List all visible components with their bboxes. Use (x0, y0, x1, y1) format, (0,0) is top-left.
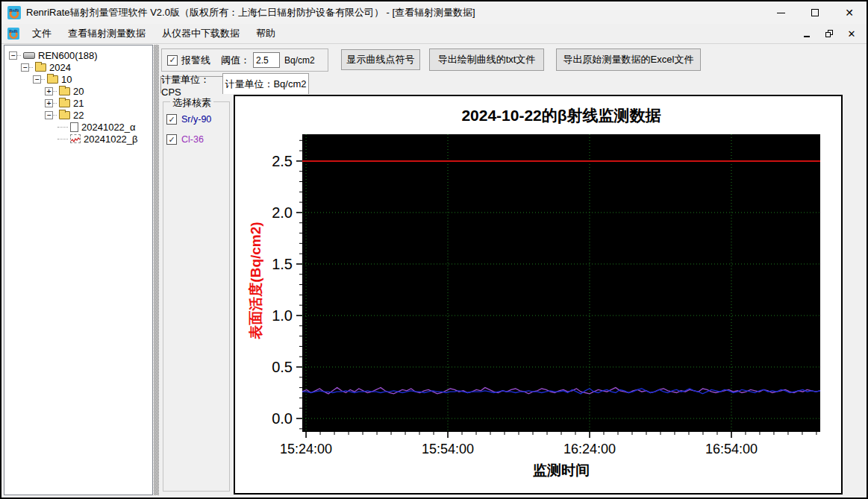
tab-unit-bqcm2[interactable]: 计量单位：Bq/cm2 (222, 73, 309, 94)
tree-connector (53, 115, 57, 116)
child-restore-icon (825, 30, 833, 37)
tree-connector (41, 79, 45, 80)
tree-connector (57, 127, 68, 128)
svg-text:15:54:00: 15:54:00 (422, 442, 474, 456)
tree-expander-icon[interactable]: − (45, 111, 53, 119)
tree-item-21[interactable]: + 21 (4, 97, 152, 109)
minimize-icon (777, 13, 785, 13)
child-close-icon: ✕ (848, 29, 856, 39)
tree-item-20241022-alpha[interactable]: 20241022_α (4, 121, 152, 133)
show-curve-points-button[interactable]: 显示曲线点符号 (341, 49, 420, 70)
monitoring-chart: 0.00.51.01.52.02.515:24:0015:54:0016:24:… (235, 96, 841, 493)
folder-icon (59, 99, 70, 107)
device-icon (23, 52, 35, 59)
nuclide-row-sr-y-90: ✓ Sr/y-90 (166, 114, 211, 125)
tree-item-2024[interactable]: − 2024 (4, 61, 152, 73)
nuclide-row-cl-36: ✓ Cl-36 (166, 134, 204, 145)
svg-text:1.0: 1.0 (272, 307, 293, 324)
svg-text:2.5: 2.5 (272, 153, 293, 169)
child-restore-button[interactable] (823, 28, 835, 40)
nuclide-groupbox-title: 选择核素 (170, 96, 213, 110)
export-excel-button[interactable]: 导出原始测量数据的Excel文件 (556, 48, 701, 71)
nuclide-label: Cl-36 (181, 134, 204, 145)
chart-panel: 0.00.51.01.52.02.515:24:0015:54:0016:24:… (234, 95, 843, 495)
threshold-input[interactable] (253, 52, 280, 68)
tree-expander-icon[interactable]: − (9, 51, 17, 60)
check-icon: ✓ (168, 136, 175, 144)
chart-x-axis-label: 监测时间 (302, 461, 820, 480)
minimize-button[interactable] (764, 1, 798, 24)
tree-expander-icon[interactable]: − (21, 63, 29, 72)
menu-item-download[interactable]: 从仪器中下载数据 (154, 24, 248, 44)
document-logo-icon: RnRi (7, 28, 19, 40)
alarm-line-checkbox[interactable]: ✓ (167, 55, 178, 66)
tree-item-10[interactable]: − 10 (4, 73, 152, 85)
threshold-unit-label: Bq/cm2 (284, 55, 315, 66)
app-window: RnRi RenriRate辐射剂量管理软件 V2.0版（版权所有：上海仁日辐射… (0, 0, 868, 499)
panel-splitter[interactable] (154, 45, 159, 495)
menu-bar: RnRi 文件 查看辐射测量数据 从仪器中下载数据 帮助 ✕ (1, 24, 867, 44)
folder-icon (47, 75, 58, 84)
tree-connector (57, 139, 68, 139)
tab-unit-cps[interactable]: 计量单位：CPS (160, 76, 223, 93)
svg-text:2.0: 2.0 (272, 204, 293, 221)
child-minimize-button[interactable] (801, 28, 813, 40)
check-icon: ✓ (169, 56, 175, 64)
svg-text:RnRi: RnRi (9, 30, 18, 34)
chart-file-icon (70, 134, 81, 143)
svg-text:0.5: 0.5 (272, 359, 293, 375)
svg-text:0.0: 0.0 (272, 410, 293, 427)
nuclide-label: Sr/y-90 (181, 114, 211, 125)
child-minimize-icon (804, 36, 810, 37)
tree-connector (53, 91, 57, 92)
svg-text:RnRi: RnRi (10, 8, 19, 13)
close-button[interactable]: ✕ (832, 1, 867, 24)
tree-item-22[interactable]: − 22 (4, 109, 152, 121)
tree-item-20[interactable]: + 20 (4, 85, 152, 97)
nuclide-checkbox-sr-y-90[interactable]: ✓ (166, 114, 177, 125)
svg-text:16:54:00: 16:54:00 (705, 442, 758, 456)
close-icon: ✕ (845, 7, 854, 18)
tree-connector (29, 67, 33, 68)
nuclide-checkbox-cl-36[interactable]: ✓ (166, 134, 177, 145)
child-close-button[interactable]: ✕ (846, 28, 858, 40)
tree-item-20241022-beta[interactable]: 20241022_β (4, 133, 152, 145)
tree-connector (17, 55, 21, 56)
check-icon: ✓ (168, 116, 175, 124)
menu-item-view-data[interactable]: 查看辐射测量数据 (60, 24, 154, 44)
chart-title: 2024-10-22的β射线监测数据 (302, 105, 820, 126)
nuclide-groupbox (163, 101, 230, 492)
svg-text:1.5: 1.5 (272, 256, 293, 272)
tree-connector (53, 103, 57, 104)
svg-text:16:24:00: 16:24:00 (563, 442, 616, 456)
alarm-line-label: 报警线 (181, 54, 210, 67)
chart-y-axis-label: 表面活度(Bq/cm2) (246, 169, 266, 392)
tree-item-ren600[interactable]: − REN600(188) (4, 49, 152, 61)
window-title: RenriRate辐射剂量管理软件 V2.0版（版权所有：上海仁日辐射防护设备有… (26, 6, 475, 19)
folder-icon (59, 111, 70, 119)
tree-expander-icon[interactable]: + (45, 87, 53, 95)
app-logo-icon: RnRi (7, 6, 21, 19)
tree-expander-icon[interactable]: − (33, 75, 41, 84)
threshold-label: 阈值： (221, 54, 250, 67)
menu-item-help[interactable]: 帮助 (248, 24, 284, 44)
maximize-button[interactable] (798, 1, 832, 24)
device-tree-panel: − REN600(188) − 2024 − 10 + 20 + 21 (4, 45, 153, 495)
svg-text:15:24:00: 15:24:00 (280, 442, 332, 456)
export-txt-button[interactable]: 导出绘制曲线的txt文件 (429, 48, 544, 71)
tree-expander-icon[interactable]: + (45, 99, 53, 107)
maximize-icon (811, 9, 819, 16)
document-icon (70, 122, 78, 132)
title-bar: RnRi RenriRate辐射剂量管理软件 V2.0版（版权所有：上海仁日辐射… (1, 1, 867, 24)
folder-icon (59, 87, 70, 95)
folder-icon (35, 63, 46, 72)
menu-item-file[interactable]: 文件 (24, 24, 60, 44)
alarm-line-group: ✓ 报警线 阈值： Bq/cm2 (161, 48, 328, 72)
